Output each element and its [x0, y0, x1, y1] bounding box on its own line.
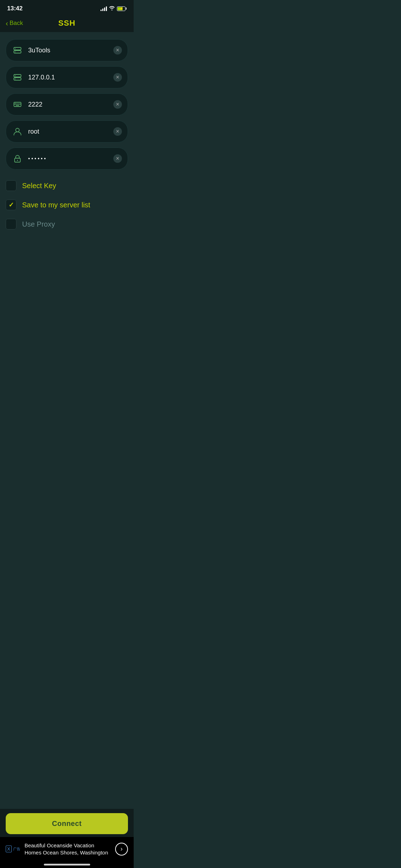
select-key-label: Select Key: [22, 182, 56, 190]
lock-icon: [12, 153, 23, 164]
svg-point-14: [17, 160, 18, 161]
use-proxy-label: Use Proxy: [22, 220, 55, 228]
select-key-option[interactable]: Select Key: [6, 180, 128, 191]
main-content: 3uTools 127.0.0.1 2222: [0, 32, 134, 177]
status-bar: 13:42 ⚡: [0, 0, 134, 15]
save-server-label: Save to my server list: [22, 201, 90, 209]
ip-clear-button[interactable]: [113, 73, 122, 82]
svg-point-12: [16, 128, 19, 132]
username-field[interactable]: root: [6, 120, 128, 143]
username-value[interactable]: root: [28, 128, 108, 135]
password-value[interactable]: ••••••: [28, 156, 108, 161]
username-clear-button[interactable]: [113, 127, 122, 136]
hostname-value[interactable]: 3uTools: [28, 47, 108, 54]
use-proxy-checkbox[interactable]: [6, 219, 16, 229]
status-icons: ⚡: [101, 6, 127, 11]
page-title: SSH: [58, 19, 75, 28]
options-section: Select Key Save to my server list Use Pr…: [0, 177, 134, 233]
use-proxy-option[interactable]: Use Proxy: [6, 219, 128, 229]
svg-point-6: [15, 76, 16, 76]
port-field[interactable]: 2222: [6, 93, 128, 115]
ip-field[interactable]: 127.0.0.1: [6, 66, 128, 88]
ip-server-icon: [12, 72, 23, 83]
back-button[interactable]: ‹ Back: [6, 19, 23, 27]
password-clear-button[interactable]: [113, 154, 122, 163]
port-clear-button[interactable]: [113, 100, 122, 109]
save-server-option[interactable]: Save to my server list: [6, 200, 128, 210]
port-icon: [12, 99, 23, 110]
status-time: 13:42: [7, 5, 22, 12]
select-key-checkbox[interactable]: [6, 180, 16, 191]
svg-rect-8: [14, 102, 21, 107]
back-label: Back: [10, 20, 23, 27]
nav-bar: ‹ Back SSH: [0, 15, 134, 32]
user-icon: [12, 126, 23, 137]
svg-point-7: [15, 79, 16, 79]
password-field[interactable]: ••••••: [6, 148, 128, 170]
hostname-clear-button[interactable]: [113, 46, 122, 55]
server-icon: [12, 45, 23, 56]
svg-point-3: [15, 52, 16, 52]
svg-point-2: [15, 48, 16, 49]
signal-icon: [101, 6, 107, 11]
hostname-field[interactable]: 3uTools: [6, 39, 128, 61]
ip-value[interactable]: 127.0.0.1: [28, 74, 108, 81]
battery-icon: ⚡: [117, 6, 127, 11]
svg-point-10: [15, 103, 16, 104]
save-server-checkbox[interactable]: [6, 200, 16, 210]
port-value[interactable]: 2222: [28, 101, 108, 108]
back-chevron-icon: ‹: [6, 19, 8, 27]
wifi-icon: [109, 6, 115, 11]
